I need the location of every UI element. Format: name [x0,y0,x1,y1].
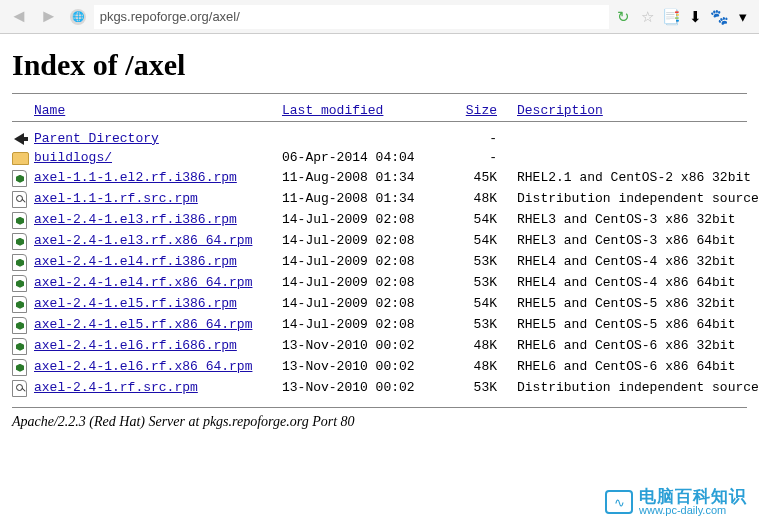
file-link[interactable]: axel-2.4-1.el6.rf.x86_64.rpm [34,359,252,374]
binary-package-icon [12,359,27,376]
file-modified: 06-Apr-2014 04:04 [282,151,452,166]
header-modified[interactable]: Last modified [282,103,383,118]
listing-row: axel-2.4-1.el5.rf.x86_64.rpm14-Jul-2009 … [12,315,747,336]
folder-icon [12,152,29,165]
header-description[interactable]: Description [517,103,603,118]
file-size: 48K [452,360,497,375]
listing-row: axel-2.4-1.el6.rf.i686.rpm13-Nov-2010 00… [12,336,747,357]
forward-button[interactable]: ► [36,6,62,27]
file-size: 54K [452,234,497,249]
file-link[interactable]: axel-2.4-1.el5.rf.i386.rpm [34,296,237,311]
file-link[interactable]: axel-1.1-1.el2.rf.i386.rpm [34,170,237,185]
file-link[interactable]: axel-2.4-1.rf.src.rpm [34,380,198,395]
file-modified: 14-Jul-2009 02:08 [282,276,452,291]
file-size: 54K [452,213,497,228]
extension-paw-icon[interactable]: 🐾 [709,8,729,26]
file-description: Distribution independent source [497,192,759,207]
back-arrow-icon [14,133,24,145]
page-title: Index of /axel [12,48,747,81]
server-signature: Apache/2.2.3 (Red Hat) Server at pkgs.re… [12,414,747,430]
binary-package-icon [12,170,27,187]
file-link[interactable]: axel-2.4-1.el6.rf.i686.rpm [34,338,237,353]
file-size: - [452,151,497,166]
file-description: RHEL6 and CentOS-6 x86 64bit [497,360,735,375]
listing-row: axel-1.1-1.el2.rf.i386.rpm11-Aug-2008 01… [12,168,747,189]
file-description: RHEL6 and CentOS-6 x86 32bit [497,339,735,354]
file-description: RHEL4 and CentOS-4 x86 32bit [497,255,735,270]
listing-row: buildlogs/06-Apr-2014 04:04- [12,149,747,168]
file-size: 48K [452,339,497,354]
file-link[interactable]: axel-2.4-1.el3.rf.x86_64.rpm [34,233,252,248]
downloads-icon[interactable]: ⬇ [685,8,705,26]
file-modified: 14-Jul-2009 02:08 [282,255,452,270]
listing-header: Name Last modified Size Description [12,102,747,121]
binary-package-icon [12,338,27,355]
file-modified: 13-Nov-2010 00:02 [282,339,452,354]
file-description: RHEL4 and CentOS-4 x86 64bit [497,276,735,291]
file-modified: 14-Jul-2009 02:08 [282,318,452,333]
binary-package-icon [12,275,27,292]
file-description: RHEL3 and CentOS-3 x86 32bit [497,213,735,228]
listing-row: axel-2.4-1.el5.rf.i386.rpm14-Jul-2009 02… [12,294,747,315]
binary-package-icon [12,254,27,271]
parent-size: - [452,132,497,147]
url-bar[interactable]: pkgs.repoforge.org/axel/ [94,5,609,29]
file-link[interactable]: axel-2.4-1.el3.rf.i386.rpm [34,212,237,227]
file-size: 48K [452,192,497,207]
file-modified: 14-Jul-2009 02:08 [282,234,452,249]
divider-header [12,121,747,122]
file-modified: 13-Nov-2010 00:02 [282,381,452,396]
source-package-icon [12,380,27,397]
file-size: 53K [452,318,497,333]
file-modified: 14-Jul-2009 02:08 [282,213,452,228]
listing-row: axel-2.4-1.el4.rf.x86_64.rpm14-Jul-2009 … [12,273,747,294]
browser-toolbar: ◄ ► 🌐 pkgs.repoforge.org/axel/ ↻ ☆ 📑 ⬇ 🐾… [0,0,759,34]
file-size: 45K [452,171,497,186]
file-modified: 14-Jul-2009 02:08 [282,297,452,312]
file-description: RHEL2.1 and CentOS-2 x86 32bit [497,171,751,186]
file-description: RHEL5 and CentOS-5 x86 64bit [497,318,735,333]
divider-top [12,93,747,94]
file-description: RHEL3 and CentOS-3 x86 64bit [497,234,735,249]
back-button[interactable]: ◄ [6,6,32,27]
file-link[interactable]: axel-1.1-1.rf.src.rpm [34,191,198,206]
file-description: RHEL5 and CentOS-5 x86 32bit [497,297,735,312]
source-package-icon [12,191,27,208]
binary-package-icon [12,296,27,313]
listing-row: axel-2.4-1.el6.rf.x86_64.rpm13-Nov-2010 … [12,357,747,378]
listing-row: axel-1.1-1.rf.src.rpm11-Aug-2008 01:3448… [12,189,747,210]
file-link[interactable]: axel-2.4-1.el4.rf.i386.rpm [34,254,237,269]
bookmark-star-icon[interactable]: ☆ [637,8,657,26]
listing-row: axel-2.4-1.el3.rf.i386.rpm14-Jul-2009 02… [12,210,747,231]
refresh-icon[interactable]: ↻ [613,8,633,26]
site-identity-icon[interactable]: 🌐 [70,9,86,25]
menu-chevron-icon[interactable]: ▾ [733,8,753,26]
header-size[interactable]: Size [466,103,497,118]
listing-row: axel-2.4-1.rf.src.rpm13-Nov-2010 00:0253… [12,378,747,399]
parent-directory-row: Parent Directory - [12,130,747,149]
file-modified: 11-Aug-2008 01:34 [282,171,452,186]
listing-row: axel-2.4-1.el3.rf.x86_64.rpm14-Jul-2009 … [12,231,747,252]
binary-package-icon [12,233,27,250]
file-link[interactable]: axel-2.4-1.el4.rf.x86_64.rpm [34,275,252,290]
binary-package-icon [12,212,27,229]
file-link[interactable]: axel-2.4-1.el5.rf.x86_64.rpm [34,317,252,332]
file-size: 54K [452,297,497,312]
bookmarks-icon[interactable]: 📑 [661,8,681,26]
file-size: 53K [452,276,497,291]
file-modified: 13-Nov-2010 00:02 [282,360,452,375]
header-name[interactable]: Name [34,103,65,118]
file-size: 53K [452,255,497,270]
binary-package-icon [12,317,27,334]
listing-row: axel-2.4-1.el4.rf.i386.rpm14-Jul-2009 02… [12,252,747,273]
page-content: Index of /axel Name Last modified Size D… [0,34,759,448]
parent-directory-link[interactable]: Parent Directory [34,131,159,146]
directory-listing: Name Last modified Size Description Pare… [12,102,747,399]
file-link[interactable]: buildlogs/ [34,150,112,165]
file-modified: 11-Aug-2008 01:34 [282,192,452,207]
divider-bottom [12,407,747,408]
file-description: Distribution independent source [497,381,759,396]
file-size: 53K [452,381,497,396]
